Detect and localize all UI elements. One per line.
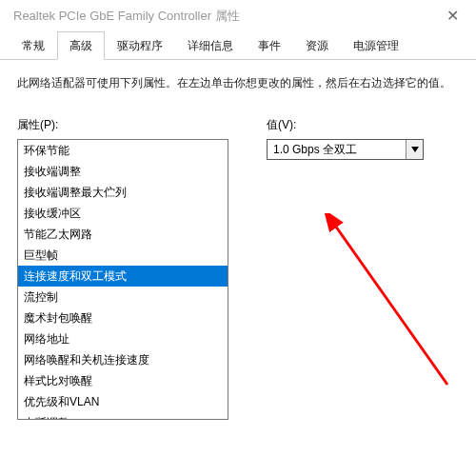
close-icon[interactable]: ✕ — [439, 9, 466, 24]
property-label: 属性(P): — [17, 117, 228, 133]
property-item[interactable]: 巨型帧 — [18, 245, 228, 266]
property-item[interactable]: 接收端调整最大伫列 — [18, 182, 228, 203]
property-listbox[interactable]: 环保节能接收端调整接收端调整最大伫列接收缓冲区节能乙太网路巨型帧连接速度和双工模… — [17, 139, 228, 420]
window-title: Realtek PCIe GbE Family Controller 属性 — [13, 8, 439, 25]
property-item[interactable]: 网络地址 — [18, 328, 228, 349]
property-item[interactable]: 节能乙太网路 — [18, 224, 228, 245]
property-item[interactable]: 中断调整 — [18, 412, 228, 420]
description-text: 此网络适配器可使用下列属性。在左边单击你想更改的属性，然后在右边选择它的值。 — [17, 73, 459, 92]
tab-1[interactable]: 高级 — [57, 31, 105, 60]
tab-0[interactable]: 常规 — [10, 31, 57, 60]
dropdown-arrow-icon[interactable] — [406, 140, 423, 159]
value-dropdown-text: 1.0 Gbps 全双工 — [268, 142, 406, 158]
tab-5[interactable]: 资源 — [293, 31, 341, 60]
tab-strip: 常规高级驱动程序详细信息事件资源电源管理 — [0, 30, 476, 60]
tab-4[interactable]: 事件 — [246, 31, 293, 60]
property-item[interactable]: 优先级和VLAN — [18, 391, 228, 412]
property-item[interactable]: 流控制 — [18, 287, 228, 307]
value-dropdown[interactable]: 1.0 Gbps 全双工 — [267, 139, 424, 160]
svg-marker-0 — [411, 147, 419, 152]
property-item[interactable]: 网络唤醒和关机连接速度 — [18, 349, 228, 370]
property-item[interactable]: 接收端调整 — [18, 161, 228, 182]
property-item[interactable]: 连接速度和双工模式 — [18, 266, 228, 287]
value-label: 值(V): — [267, 117, 459, 133]
property-item[interactable]: 环保节能 — [18, 140, 228, 161]
tab-6[interactable]: 电源管理 — [341, 31, 411, 60]
property-item[interactable]: 接收缓冲区 — [18, 203, 228, 224]
tab-3[interactable]: 详细信息 — [175, 31, 246, 60]
property-item[interactable]: 魔术封包唤醒 — [18, 307, 228, 328]
property-item[interactable]: 样式比对唤醒 — [18, 370, 228, 391]
tab-2[interactable]: 驱动程序 — [105, 31, 175, 60]
